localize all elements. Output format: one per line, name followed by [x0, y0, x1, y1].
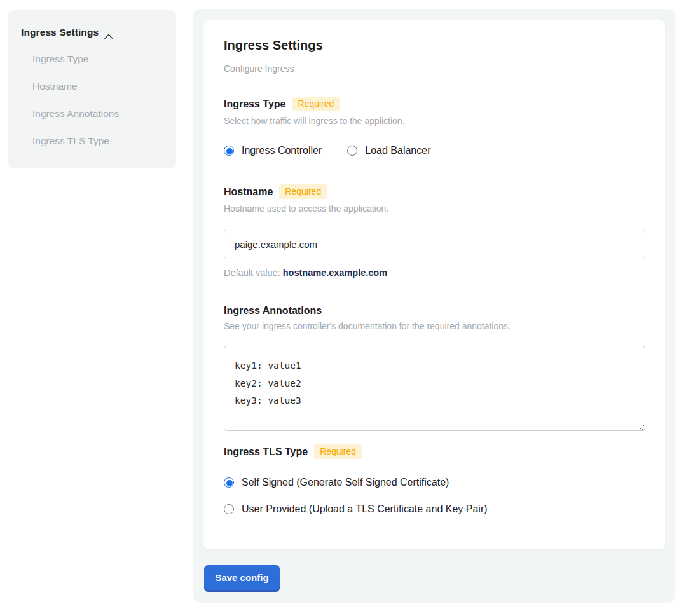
sidebar-item-hostname[interactable]: Hostname — [32, 81, 163, 92]
hostname-description: Hostname used to access the application. — [224, 203, 645, 214]
radio-label: User Provided (Upload a TLS Certificate … — [242, 503, 488, 515]
required-badge: Required — [314, 444, 362, 459]
radio-button-icon[interactable] — [224, 477, 234, 488]
ingress-annotations-textarea[interactable]: key1: value1 key2: value2 key3: value3 — [224, 346, 645, 431]
radio-label: Load Balancer — [365, 145, 430, 156]
radio-label: Self Signed (Generate Self Signed Certif… — [242, 477, 449, 488]
hostname-label: Hostname — [224, 186, 273, 198]
ingress-annotations-description: See your ingress controller's documentat… — [224, 321, 645, 331]
card-title: Ingress Settings — [224, 38, 645, 53]
radio-self-signed[interactable]: Self Signed (Generate Self Signed Certif… — [224, 477, 645, 488]
hostname-input[interactable] — [224, 229, 645, 259]
sidebar-items: Ingress Type Hostname Ingress Annotation… — [21, 53, 163, 147]
save-config-button[interactable]: Save config — [204, 565, 280, 590]
default-value-label: Default value: — [224, 268, 283, 278]
radio-button-icon[interactable] — [224, 504, 234, 514]
radio-load-balancer[interactable]: Load Balancer — [347, 145, 430, 156]
page: Ingress Settings Ingress Type Hostname I… — [0, 0, 693, 616]
section-ingress-tls-type: Ingress TLS Type Required Self Signed (G… — [224, 444, 645, 515]
ingress-settings-card: Ingress Settings Configure Ingress Ingre… — [203, 20, 665, 549]
radio-user-provided[interactable]: User Provided (Upload a TLS Certificate … — [224, 503, 645, 515]
radio-button-icon[interactable] — [224, 146, 234, 156]
card-subtitle: Configure Ingress — [224, 64, 645, 74]
settings-sidebar: Ingress Settings Ingress Type Hostname I… — [8, 10, 176, 168]
sidebar-item-ingress-tls-type[interactable]: Ingress TLS Type — [32, 135, 163, 147]
required-badge: Required — [279, 184, 327, 199]
sidebar-item-ingress-annotations[interactable]: Ingress Annotations — [32, 108, 163, 120]
hostname-default-line: Default value: hostname.example.com — [224, 268, 645, 278]
section-ingress-type: Ingress Type Required Select how traffic… — [224, 97, 645, 156]
ingress-type-label: Ingress Type — [224, 99, 286, 110]
radio-label: Ingress Controller — [242, 145, 322, 156]
radio-button-icon[interactable] — [347, 146, 357, 156]
settings-panel: Ingress Settings Configure Ingress Ingre… — [193, 9, 675, 603]
ingress-tls-type-label: Ingress TLS Type — [224, 446, 308, 458]
ingress-type-radio-group: Ingress Controller Load Balancer — [224, 145, 645, 156]
sidebar-section-toggle[interactable]: Ingress Settings — [21, 27, 163, 38]
ingress-annotations-label: Ingress Annotations — [224, 305, 322, 317]
ingress-tls-radio-group: Self Signed (Generate Self Signed Certif… — [224, 477, 645, 515]
section-ingress-annotations: Ingress Annotations See your ingress con… — [224, 305, 645, 431]
chevron-up-icon[interactable] — [104, 31, 113, 36]
required-badge: Required — [292, 97, 340, 111]
sidebar-item-ingress-type[interactable]: Ingress Type — [32, 53, 163, 65]
default-value-text: hostname.example.com — [283, 268, 387, 278]
sidebar-section-title: Ingress Settings — [21, 27, 99, 38]
ingress-type-description: Select how traffic will ingress to the a… — [224, 116, 645, 126]
radio-ingress-controller[interactable]: Ingress Controller — [224, 145, 322, 156]
section-hostname: Hostname Required Hostname used to acces… — [224, 184, 645, 278]
